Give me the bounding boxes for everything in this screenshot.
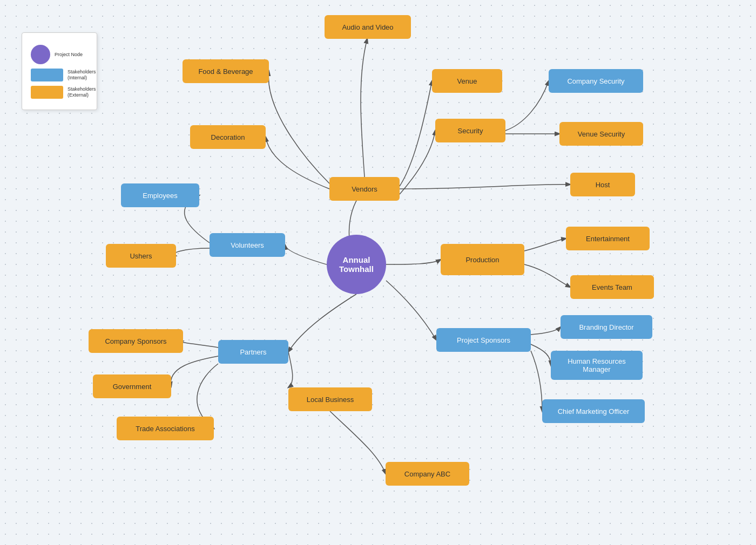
- ushers-node: Ushers: [106, 244, 176, 268]
- legend-circle-icon: [31, 45, 50, 64]
- security-node: Security: [435, 119, 505, 142]
- hr-manager-node: Human ResourcesManager: [551, 351, 643, 380]
- entertainment-node: Entertainment: [566, 227, 650, 250]
- legend: Project Node Stakeholders (Internal) Sta…: [22, 32, 97, 110]
- company-security-node: Company Security: [549, 69, 643, 93]
- branding-director-node: Branding Director: [561, 315, 652, 339]
- local-business-node: Local Business: [288, 387, 372, 411]
- legend-blue-label: Stakeholders (Internal): [68, 69, 96, 81]
- decoration-node: Decoration: [190, 125, 266, 149]
- venue-security-node: Venue Security: [559, 122, 643, 146]
- vendors-node: Vendors: [329, 177, 400, 201]
- venue-node: Venue: [432, 69, 502, 93]
- host-node: Host: [570, 173, 635, 196]
- project-sponsors-node: Project Sponsors: [436, 328, 531, 352]
- trade-associations-node: Trade Associations: [117, 417, 214, 440]
- cmo-node: Chief Marketing Officer: [542, 399, 645, 423]
- company-abc-node: Company ABC: [386, 462, 469, 486]
- events-team-node: Events Team: [570, 275, 654, 299]
- volunteers-node: Volunteers: [210, 233, 285, 257]
- legend-orange-icon: [31, 86, 63, 99]
- employees-node: Employees: [121, 183, 199, 207]
- government-node: Government: [93, 374, 171, 398]
- company-sponsors-left-node: Company Sponsors: [89, 329, 183, 353]
- partners-node: Partners: [218, 340, 288, 364]
- production-node: Production: [441, 244, 524, 275]
- audio-video-node: Audio and Video: [325, 15, 411, 39]
- food-beverage-node: Food & Beverage: [183, 59, 269, 83]
- legend-blue-icon: [31, 69, 63, 81]
- legend-circle-label: Project Node: [55, 52, 83, 58]
- legend-orange-label: Stakeholders (External): [68, 86, 96, 98]
- center-node: AnnualTownhall: [327, 235, 386, 294]
